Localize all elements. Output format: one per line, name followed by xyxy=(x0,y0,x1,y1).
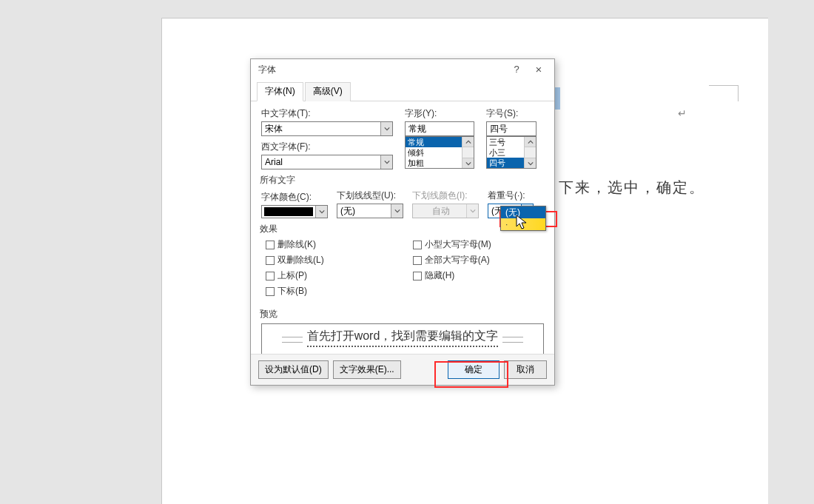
label-underline-style: 下划线线型(U): xyxy=(337,189,405,202)
font-size-value: 四号 xyxy=(487,123,536,135)
checkbox-label: 上标(P) xyxy=(278,269,307,282)
checkbox-hidden[interactable]: 隐藏(H) xyxy=(413,269,491,282)
chevron-down-icon xyxy=(466,204,478,218)
checkbox-label: 全部大写字母(A) xyxy=(425,254,490,266)
label-all-text: 所有文字 xyxy=(260,174,544,187)
color-preview xyxy=(264,207,313,216)
preview-area: 首先打开word，找到需要编辑的文字 xyxy=(261,323,544,356)
underline-color-combo: 自动 xyxy=(412,204,479,218)
emphasis-dropdown-list[interactable]: (无) · xyxy=(500,206,546,231)
checkbox-smallcaps[interactable]: 小型大写字母(M) xyxy=(413,238,491,251)
label-font-style: 字形(Y): xyxy=(405,107,476,120)
underline-color-value: 自动 xyxy=(413,205,466,218)
dialog-titlebar[interactable]: 字体 ? × xyxy=(251,59,554,80)
chevron-down-icon[interactable] xyxy=(380,122,392,135)
dialog-footer: 设为默认值(D) 文字效果(E)... 确定 取消 xyxy=(251,354,554,385)
underline-style-value: (无) xyxy=(337,205,391,218)
font-style-value: 常规 xyxy=(406,123,474,135)
scrollbar[interactable] xyxy=(524,137,536,168)
underline-style-combo[interactable]: (无) xyxy=(337,204,403,218)
dropdown-option-dot[interactable]: · xyxy=(501,218,545,230)
label-font-color: 字体颜色(C): xyxy=(261,191,329,204)
chevron-down-icon[interactable] xyxy=(391,204,403,218)
cancel-button[interactable]: 取消 xyxy=(504,360,547,379)
chevron-down-icon[interactable] xyxy=(315,206,327,218)
checkbox-label: 小型大写字母(M) xyxy=(425,238,491,251)
checkbox-allcaps[interactable]: 全部大写字母(A) xyxy=(413,254,491,266)
selection-indicator xyxy=(554,87,560,110)
tab-advanced[interactable]: 高级(V) xyxy=(305,82,351,101)
checkbox-label: 删除线(K) xyxy=(278,238,316,251)
set-default-button[interactable]: 设为默认值(D) xyxy=(258,360,329,379)
chinese-font-combo[interactable]: 宋体 xyxy=(261,121,393,136)
help-button[interactable]: ? xyxy=(505,61,528,78)
tab-strip: 字体(N) 高级(V) xyxy=(251,80,554,101)
tab-font[interactable]: 字体(N) xyxy=(257,82,303,101)
checkbox-subscript[interactable]: 下标(B) xyxy=(266,285,324,298)
preview-text: 首先打开word，找到需要编辑的文字 xyxy=(307,329,499,347)
chevron-down-icon[interactable] xyxy=(380,155,392,169)
western-font-combo[interactable]: Arial xyxy=(261,155,393,169)
checkbox-label: 下标(B) xyxy=(278,285,307,298)
ok-button[interactable]: 确定 xyxy=(448,360,500,379)
close-button[interactable]: × xyxy=(528,61,550,78)
checkbox-label: 隐藏(H) xyxy=(425,269,455,282)
paragraph-mark: ↵ xyxy=(678,107,687,119)
label-chinese-font: 中文字体(T): xyxy=(261,107,394,120)
font-color-picker[interactable] xyxy=(261,205,328,218)
scroll-down-icon[interactable] xyxy=(525,158,536,168)
checkbox-double-strike[interactable]: 双删除线(L) xyxy=(266,254,324,266)
font-size-input[interactable]: 四号 xyxy=(486,121,536,136)
font-size-list[interactable]: 三号 小三 四号 xyxy=(486,136,536,169)
checkbox-label: 双删除线(L) xyxy=(278,254,324,266)
scrollbar[interactable] xyxy=(462,137,474,168)
label-emphasis: 着重号(·): xyxy=(488,189,541,202)
dialog-title: 字体 xyxy=(258,64,505,76)
text-effects-button[interactable]: 文字效果(E)... xyxy=(333,360,401,379)
label-underline-color: 下划线颜色(I): xyxy=(412,189,480,202)
scroll-up-icon[interactable] xyxy=(462,137,474,147)
label-preview: 预览 xyxy=(260,308,544,320)
checkbox-superscript[interactable]: 上标(P) xyxy=(266,269,324,282)
font-style-list[interactable]: 常规 倾斜 加粗 xyxy=(405,136,474,169)
document-body-text: 下来，选中，确定。 xyxy=(559,178,705,198)
label-font-size: 字号(S): xyxy=(486,107,538,120)
western-font-value: Arial xyxy=(262,157,380,167)
dropdown-option-none[interactable]: (无) xyxy=(501,206,545,218)
scroll-down-icon[interactable] xyxy=(462,158,474,168)
label-western-font: 西文字体(F): xyxy=(261,141,394,153)
scroll-up-icon[interactable] xyxy=(525,137,536,147)
chinese-font-value: 宋体 xyxy=(262,123,380,135)
font-style-input[interactable]: 常规 xyxy=(405,121,474,136)
checkbox-strike[interactable]: 删除线(K) xyxy=(266,238,324,251)
